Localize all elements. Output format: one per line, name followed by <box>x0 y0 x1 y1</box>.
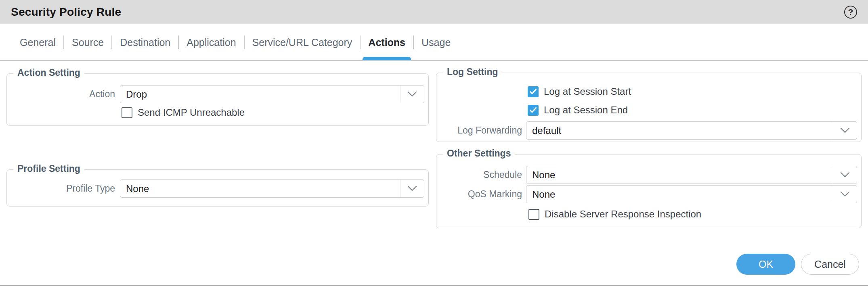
section-legend: Action Setting <box>13 67 84 78</box>
ok-button[interactable]: OK <box>736 254 795 275</box>
tab-separator <box>360 35 361 49</box>
tab-service-url-category[interactable]: Service/URL Category <box>250 25 355 60</box>
log-session-start-checkbox[interactable]: Log at Session Start <box>528 86 631 97</box>
other-settings-section: Other Settings Schedule None QoS Marking… <box>436 154 862 228</box>
send-icmp-label: Send ICMP Unreachable <box>138 107 245 118</box>
dialog-bottom-border <box>0 285 868 286</box>
log-forwarding-value: default <box>532 125 561 136</box>
tab-general[interactable]: General <box>17 25 58 60</box>
tab-label: General <box>20 37 56 48</box>
tab-separator <box>244 35 245 49</box>
tab-separator <box>178 35 179 49</box>
log-forwarding-label: Log Forwarding <box>436 121 522 140</box>
tab-label: Actions <box>368 37 405 48</box>
action-dropdown-value: Drop <box>126 89 147 100</box>
checkbox-box <box>122 107 132 118</box>
chevron-down-icon <box>400 86 424 103</box>
section-legend: Other Settings <box>443 148 515 159</box>
tab-label: Application <box>187 37 236 48</box>
disable-server-response-inspection-checkbox[interactable]: Disable Server Response Inspection <box>528 209 701 220</box>
qos-marking-value: None <box>532 189 555 200</box>
checkbox-box <box>528 86 539 97</box>
tab-actions[interactable]: Actions <box>366 25 408 60</box>
action-label: Action <box>7 85 115 103</box>
tab-usage[interactable]: Usage <box>419 25 453 60</box>
tab-separator <box>111 35 112 49</box>
qos-marking-label: QoS Marking <box>436 185 522 203</box>
section-legend: Profile Setting <box>13 163 84 174</box>
chevron-down-icon <box>833 166 857 184</box>
tab-destination[interactable]: Destination <box>117 25 173 60</box>
checkbox-box <box>528 105 539 116</box>
action-setting-section: Action Setting Action Drop Send ICMP Unr… <box>6 73 429 126</box>
tab-bar: General Source Destination Application S… <box>0 25 868 61</box>
chevron-down-icon <box>400 180 424 197</box>
tab-label: Service/URL Category <box>252 37 352 48</box>
tab-label: Source <box>72 37 104 48</box>
tab-label: Usage <box>421 37 451 48</box>
log-forwarding-dropdown[interactable]: default <box>526 121 857 140</box>
dialog-title: Security Policy Rule <box>11 6 121 19</box>
dialog-titlebar: Security Policy Rule ? <box>0 0 868 24</box>
active-tab-underline <box>363 57 411 60</box>
log-session-end-checkbox[interactable]: Log at Session End <box>528 104 628 116</box>
tab-separator <box>413 35 414 49</box>
log-setting-section: Log Setting Log at Session Start Log at … <box>436 73 862 142</box>
cancel-button[interactable]: Cancel <box>801 254 859 275</box>
schedule-label: Schedule <box>436 166 522 184</box>
log-session-start-label: Log at Session Start <box>544 86 631 97</box>
tab-source[interactable]: Source <box>69 25 106 60</box>
help-icon[interactable]: ? <box>844 6 857 19</box>
schedule-dropdown[interactable]: None <box>526 166 857 184</box>
check-icon <box>530 89 537 94</box>
qos-marking-dropdown[interactable]: None <box>526 185 857 203</box>
chevron-down-icon <box>833 186 857 203</box>
action-dropdown[interactable]: Drop <box>120 85 424 103</box>
profile-setting-section: Profile Setting Profile Type None <box>6 169 429 207</box>
profile-type-label: Profile Type <box>7 179 115 198</box>
tab-application[interactable]: Application <box>184 25 238 60</box>
check-icon <box>530 107 537 113</box>
tab-separator <box>63 35 64 49</box>
checkbox-box <box>528 209 539 220</box>
log-session-end-label: Log at Session End <box>544 104 628 116</box>
section-legend: Log Setting <box>443 67 502 77</box>
tab-label: Destination <box>120 37 170 48</box>
send-icmp-checkbox[interactable]: Send ICMP Unreachable <box>122 107 245 118</box>
schedule-value: None <box>532 169 555 181</box>
profile-type-dropdown[interactable]: None <box>120 179 424 198</box>
profile-type-value: None <box>126 183 149 194</box>
disable-server-response-inspection-label: Disable Server Response Inspection <box>545 209 701 220</box>
chevron-down-icon <box>833 122 857 139</box>
